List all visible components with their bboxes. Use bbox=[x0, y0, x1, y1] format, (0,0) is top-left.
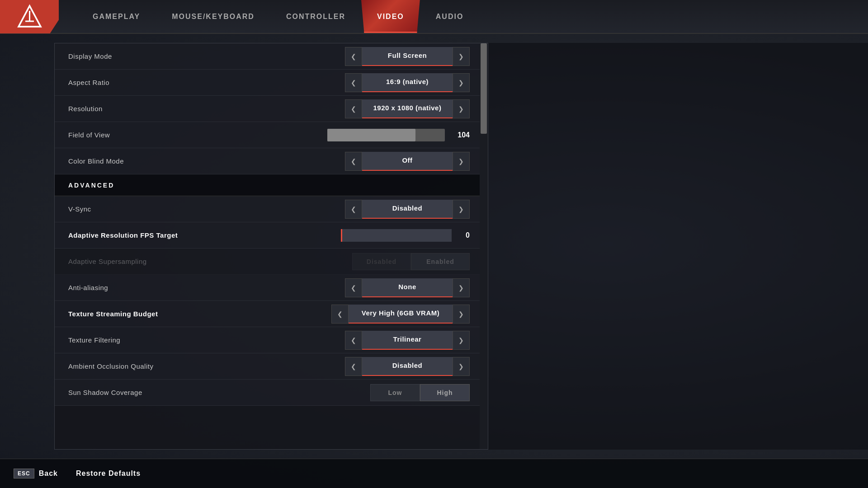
display-mode-label: Display Mode bbox=[68, 52, 345, 60]
adaptive-res-container: 0 bbox=[341, 229, 470, 242]
adaptive-supersampling-enabled[interactable]: Enabled bbox=[411, 253, 470, 270]
tab-gameplay[interactable]: GAMEPLAY bbox=[77, 0, 156, 33]
adaptive-res-slider[interactable] bbox=[341, 229, 452, 242]
resolution-next[interactable]: ❯ bbox=[453, 99, 470, 118]
aspect-ratio-next[interactable]: ❯ bbox=[453, 73, 470, 92]
vsync-underline bbox=[362, 218, 453, 219]
color-blind-control: ❮ Off ❯ bbox=[345, 152, 470, 171]
tab-audio[interactable]: AUDIO bbox=[420, 0, 480, 33]
adaptive-res-label: Adaptive Resolution FPS Target bbox=[68, 231, 341, 239]
anti-aliasing-value-display: None bbox=[362, 278, 453, 297]
apex-logo bbox=[17, 4, 42, 29]
aspect-ratio-underline bbox=[362, 91, 453, 92]
restore-defaults-button[interactable]: Restore Defaults bbox=[76, 469, 141, 478]
texture-filtering-label: Texture Filtering bbox=[68, 336, 345, 344]
vsync-value: Disabled bbox=[362, 204, 453, 212]
fov-slider-container: 104 bbox=[327, 129, 470, 141]
setting-row-color-blind: Color Blind Mode ❮ Off ❯ bbox=[55, 148, 488, 174]
color-blind-underline bbox=[362, 170, 453, 171]
color-blind-value: Off bbox=[362, 156, 453, 164]
display-mode-value: Full Screen bbox=[362, 52, 453, 59]
texture-streaming-value-display: Very High (6GB VRAM) bbox=[349, 305, 453, 324]
scrollbar-thumb[interactable] bbox=[481, 43, 487, 134]
scrollbar-track[interactable] bbox=[480, 43, 488, 449]
texture-streaming-prev[interactable]: ❮ bbox=[331, 305, 349, 324]
color-blind-label: Color Blind Mode bbox=[68, 157, 345, 165]
adaptive-supersampling-disabled[interactable]: Disabled bbox=[352, 253, 411, 270]
anti-aliasing-label: Anti-aliasing bbox=[68, 284, 345, 291]
fov-slider[interactable] bbox=[327, 129, 445, 141]
logo-container bbox=[0, 0, 59, 33]
sun-shadow-high[interactable]: High bbox=[420, 384, 470, 401]
anti-aliasing-control: ❮ None ❯ bbox=[345, 278, 470, 297]
texture-streaming-control: ❮ Very High (6GB VRAM) ❯ bbox=[331, 305, 470, 324]
top-navigation: GAMEPLAY MOUSE/KEYBOARD CONTROLLER VIDEO… bbox=[0, 0, 868, 34]
vsync-control: ❮ Disabled ❯ bbox=[345, 200, 470, 219]
setting-row-fov: Field of View 104 bbox=[55, 122, 488, 148]
tab-video[interactable]: VIDEO bbox=[361, 0, 420, 33]
texture-filtering-prev[interactable]: ❮ bbox=[345, 331, 362, 350]
color-blind-value-display: Off bbox=[362, 152, 453, 171]
aspect-ratio-prev[interactable]: ❮ bbox=[345, 73, 362, 92]
setting-row-texture-streaming: Texture Streaming Budget ❮ Very High (6G… bbox=[55, 301, 488, 327]
display-mode-value-display: Full Screen bbox=[362, 47, 453, 66]
fov-slider-fill bbox=[327, 129, 415, 141]
texture-streaming-next[interactable]: ❯ bbox=[453, 305, 470, 324]
main-content: Display Mode ❮ Full Screen ❯ Aspect Rati… bbox=[0, 34, 868, 459]
setting-row-resolution: Resolution ❮ 868 x 488 (native) ❯ bbox=[55, 96, 488, 122]
display-mode-underline bbox=[362, 65, 453, 66]
adaptive-res-value: 0 bbox=[456, 231, 470, 239]
aspect-ratio-value-display: 16:9 (native) bbox=[362, 73, 453, 92]
resolution-prev[interactable]: ❮ bbox=[345, 99, 362, 118]
setting-row-vsync: V-Sync ❮ Disabled ❯ bbox=[55, 196, 488, 222]
ambient-occlusion-next[interactable]: ❯ bbox=[453, 357, 470, 376]
display-mode-control: ❮ Full Screen ❯ bbox=[345, 47, 470, 66]
fov-label: Field of View bbox=[68, 131, 327, 139]
vsync-next[interactable]: ❯ bbox=[453, 200, 470, 219]
texture-filtering-next[interactable]: ❯ bbox=[453, 331, 470, 350]
sun-shadow-label: Sun Shadow Coverage bbox=[68, 389, 370, 396]
texture-filtering-control: ❮ Trilinear ❯ bbox=[345, 331, 470, 350]
setting-row-anti-aliasing: Anti-aliasing ❮ None ❯ bbox=[55, 275, 488, 301]
display-mode-prev[interactable]: ❮ bbox=[345, 47, 362, 66]
fov-value: 104 bbox=[452, 131, 470, 139]
sun-shadow-low[interactable]: Low bbox=[370, 384, 420, 401]
ambient-occlusion-prev[interactable]: ❮ bbox=[345, 357, 362, 376]
texture-filtering-value: Trilinear bbox=[362, 335, 453, 343]
anti-aliasing-next[interactable]: ❯ bbox=[453, 278, 470, 297]
bottom-bar: ESC Back Restore Defaults bbox=[0, 459, 868, 488]
setting-row-display-mode: Display Mode ❮ Full Screen ❯ bbox=[55, 43, 488, 70]
anti-aliasing-prev[interactable]: ❮ bbox=[345, 278, 362, 297]
adaptive-supersampling-label: Adaptive Supersampling bbox=[68, 258, 352, 265]
vsync-prev[interactable]: ❮ bbox=[345, 200, 362, 219]
setting-row-sun-shadow: Sun Shadow Coverage Low High bbox=[55, 380, 488, 406]
texture-filtering-value-display: Trilinear bbox=[362, 331, 453, 350]
tab-mouse-keyboard[interactable]: MOUSE/KEYBOARD bbox=[156, 0, 270, 33]
esc-back-button[interactable]: ESC Back bbox=[14, 469, 58, 479]
color-blind-next[interactable]: ❯ bbox=[453, 152, 470, 171]
adaptive-supersampling-toggle: Disabled Enabled bbox=[352, 253, 470, 270]
resolution-control: ❮ 868 x 488 (native) ❯ bbox=[345, 99, 470, 118]
setting-row-aspect-ratio: Aspect Ratio ❮ 16:9 (native) ❯ bbox=[55, 70, 488, 96]
ambient-occlusion-value-display: Disabled bbox=[362, 357, 453, 376]
settings-panel: Display Mode ❮ Full Screen ❯ Aspect Rati… bbox=[54, 43, 488, 450]
aspect-ratio-value: 16:9 (native) bbox=[362, 78, 453, 85]
vsync-value-display: Disabled bbox=[362, 200, 453, 219]
texture-streaming-underline bbox=[349, 323, 453, 324]
resolution-value-display: 868 x 488 (native) bbox=[362, 99, 453, 118]
display-mode-next[interactable]: ❯ bbox=[453, 47, 470, 66]
vsync-label: V-Sync bbox=[68, 205, 345, 213]
sun-shadow-toggle: Low High bbox=[370, 384, 470, 401]
tab-controller[interactable]: CONTROLLER bbox=[270, 0, 361, 33]
right-panel bbox=[488, 43, 868, 450]
texture-streaming-label: Texture Streaming Budget bbox=[68, 310, 331, 318]
setting-row-ambient-occlusion: Ambient Occlusion Quality ❮ Disabled ❯ bbox=[55, 353, 488, 380]
setting-row-texture-filtering: Texture Filtering ❮ Trilinear ❯ bbox=[55, 327, 488, 353]
back-label: Back bbox=[39, 469, 58, 478]
setting-row-adaptive-res: Adaptive Resolution FPS Target 0 bbox=[55, 222, 488, 249]
ambient-occlusion-label: Ambient Occlusion Quality bbox=[68, 362, 345, 370]
ambient-occlusion-underline bbox=[362, 375, 453, 376]
ambient-occlusion-control: ❮ Disabled ❯ bbox=[345, 357, 470, 376]
advanced-section-header: ADVANCED bbox=[55, 174, 488, 196]
color-blind-prev[interactable]: ❮ bbox=[345, 152, 362, 171]
